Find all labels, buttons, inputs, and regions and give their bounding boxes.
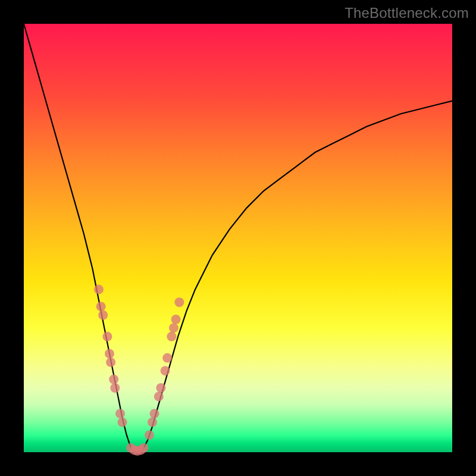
data-marker bbox=[98, 311, 108, 320]
chart-frame: TheBottleneck.com bbox=[0, 0, 476, 476]
bottleneck-curve bbox=[24, 24, 452, 452]
plot-area bbox=[24, 24, 452, 452]
data-marker bbox=[115, 409, 125, 418]
data-marker bbox=[105, 349, 114, 358]
data-marker bbox=[145, 430, 154, 440]
data-marker bbox=[174, 298, 184, 307]
data-marker bbox=[118, 418, 127, 427]
chart-overlay bbox=[24, 24, 452, 452]
data-marker bbox=[96, 302, 106, 311]
data-marker bbox=[161, 366, 170, 375]
marker-group bbox=[94, 284, 184, 455]
data-marker bbox=[102, 332, 112, 342]
data-marker bbox=[171, 315, 181, 324]
data-marker bbox=[156, 383, 165, 393]
data-marker bbox=[154, 392, 164, 401]
data-marker bbox=[169, 323, 178, 333]
data-marker bbox=[162, 353, 172, 363]
data-marker bbox=[148, 418, 157, 427]
data-marker bbox=[109, 375, 118, 384]
data-marker bbox=[110, 383, 120, 393]
data-marker bbox=[94, 284, 104, 294]
data-marker bbox=[167, 332, 176, 342]
watermark-label: TheBottleneck.com bbox=[345, 5, 469, 21]
data-marker bbox=[139, 443, 149, 453]
data-marker bbox=[150, 409, 159, 418]
data-marker bbox=[106, 358, 115, 367]
